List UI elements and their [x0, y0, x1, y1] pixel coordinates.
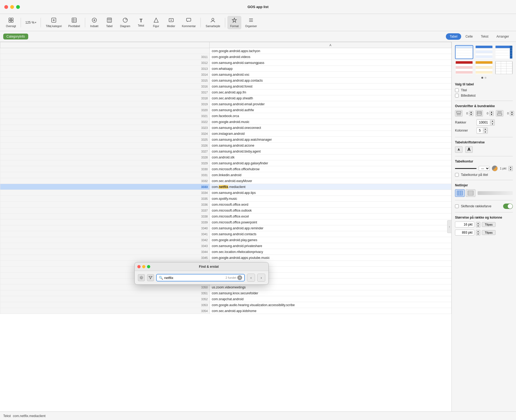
cell-3319[interactable]: com.samsung.android.email.provider	[210, 101, 452, 107]
cell-3338[interactable]: com.microsoft.office.excel	[210, 213, 452, 219]
cell-3324[interactable]: com.instagram.android	[210, 131, 452, 137]
fr-clear-button[interactable]: ✕	[237, 275, 242, 280]
cell-3315[interactable]: com.samsung.android.app.contacts	[210, 78, 452, 84]
toolbar-item-diagram[interactable]: Diagram	[117, 16, 133, 29]
toolbar-item-tekst[interactable]: T Tekst	[134, 16, 148, 29]
cell-3353[interactable]: com.google.audio.hearing.visualization.a…	[210, 302, 452, 308]
row-size-up[interactable]: ▲	[476, 222, 480, 225]
fr-settings-icon[interactable]	[138, 274, 145, 281]
cell-top[interactable]: com.google.android.apps.tachyon	[210, 48, 452, 54]
cell-3329[interactable]: com.samsung.android.app.galaxyfinder	[210, 160, 452, 166]
netlinjer-btn-2[interactable]	[466, 189, 475, 197]
close-button[interactable]	[4, 5, 8, 9]
fr-min-button[interactable]	[142, 265, 145, 268]
maximize-button[interactable]	[16, 5, 20, 9]
cell-3330[interactable]: com.microsoft.office.officehubrow	[210, 166, 452, 172]
toolbar-item-samarbejde[interactable]: Samarbejde	[203, 16, 223, 29]
cell-3333[interactable]: com.netflix.mediaclient	[210, 184, 452, 190]
row-size-apply[interactable]: Tilpas	[482, 222, 496, 227]
cell-3326[interactable]: com.samsung.android.arzone	[210, 143, 452, 149]
cell-3336[interactable]: com.microsoft.office.word	[210, 202, 452, 208]
table-format-3[interactable]	[495, 45, 513, 59]
skiftende-toggle[interactable]	[503, 204, 513, 209]
netlinjer-btn-1[interactable]	[455, 189, 465, 197]
toolbar-item-tabel[interactable]: Tabel	[102, 16, 116, 29]
cell-3332[interactable]: com.sec.android.easyMover	[210, 178, 452, 184]
netlinjer-color-bar[interactable]	[478, 191, 513, 195]
cell-3321[interactable]: com.facebook.orca	[210, 113, 452, 119]
zoom-control[interactable]: 125 % ▾	[23, 20, 38, 26]
header-down-2[interactable]: ▼	[489, 113, 494, 116]
titel-checkbox[interactable]	[455, 88, 459, 92]
raekker-up[interactable]: ▲	[490, 120, 494, 122]
kolonner-up[interactable]: ▲	[483, 128, 488, 131]
kontur-pkt-down[interactable]: ▼	[508, 168, 513, 171]
kontur-select[interactable]: —	[479, 166, 490, 171]
tab-tabel[interactable]: Tabel	[446, 33, 461, 40]
fr-close-button[interactable]	[137, 265, 141, 268]
cell-3313[interactable]: com.whatsapp	[210, 66, 452, 72]
toolbar-item-figur[interactable]: Figur	[149, 16, 163, 29]
cell-3354[interactable]: com.sec.android.app.kidshome	[210, 308, 452, 314]
row-size-down[interactable]: ▼	[476, 225, 480, 227]
table-format-2[interactable]	[475, 45, 493, 59]
header-down-1[interactable]: ▼	[469, 113, 473, 116]
tab-celle[interactable]: Celle	[462, 33, 476, 40]
toolbar-item-indsaet[interactable]: Indsæt	[87, 16, 101, 29]
toolbar-item-kommentar[interactable]: Kommentar	[179, 16, 199, 29]
fr-next-button[interactable]: ›	[257, 274, 265, 282]
cell-3345[interactable]: com.google.android.apps.youtube.music	[210, 255, 452, 261]
cell-3314[interactable]: com.samsung.android.voc	[210, 72, 452, 78]
toolbar-item-pivottabel[interactable]: Pivottabel	[66, 16, 83, 29]
skiftende-checkbox[interactable]	[455, 204, 459, 208]
toolbar-item-tilfoj[interactable]: Tilføj kategori	[43, 16, 64, 29]
find-input[interactable]	[164, 276, 224, 280]
cell-3335[interactable]: com.spotify.music	[210, 196, 452, 202]
kolonner-down[interactable]: ▼	[483, 131, 488, 133]
cell-3328[interactable]: com.android.stk	[210, 154, 452, 160]
cell-3339[interactable]: com.microsoft.office.powerpoint	[210, 219, 452, 225]
cell-3331[interactable]: com.linkedin.android	[210, 172, 452, 178]
cell-3327[interactable]: com.samsung.android.bixby.agent	[210, 149, 452, 154]
cell-3337[interactable]: com.microsoft.office.outlook	[210, 208, 452, 213]
cell-3334[interactable]: com.samsung.android.app.tips	[210, 190, 452, 196]
cell-3312[interactable]: com.samsung.android.samsungpass	[210, 60, 452, 66]
col-size-down[interactable]: ▼	[476, 233, 480, 236]
fr-filter-icon[interactable]	[147, 274, 154, 281]
font-small-btn[interactable]: A	[455, 146, 463, 153]
cell-3322[interactable]: com.google.android.music	[210, 119, 452, 125]
cell-3352[interactable]: com.snapchat.android	[210, 296, 452, 302]
table-format-4[interactable]	[455, 61, 473, 75]
col-size-up[interactable]: ▲	[476, 230, 480, 233]
tab-tekst[interactable]: Tekst	[477, 33, 492, 40]
row-size-input[interactable]	[455, 222, 474, 227]
fr-max-button[interactable]	[147, 265, 150, 268]
cell-3317[interactable]: com.sec.android.app.fm	[210, 89, 452, 95]
cell-3323[interactable]: com.samsung.android.oneconnect	[210, 125, 452, 131]
cell-3342[interactable]: com.google.android.play.games	[210, 237, 452, 243]
cell-3311[interactable]: com.google.android.videos	[210, 54, 452, 60]
billedtekst-checkbox[interactable]	[455, 94, 459, 97]
tab-arranger[interactable]: Arranger	[493, 33, 513, 40]
raekker-down[interactable]: ▼	[490, 122, 494, 125]
table-format-5[interactable]	[475, 61, 493, 75]
toolbar-item-format[interactable]: Format	[227, 16, 241, 29]
cell-3341[interactable]: com.samsung.android.contacts	[210, 231, 452, 237]
cell-3351[interactable]: com.samsung.knox.securefolder	[210, 290, 452, 296]
toolbar-item-medier[interactable]: Medier	[164, 16, 178, 29]
cell-3320[interactable]: com.samsung.android.authfw	[210, 107, 452, 113]
cell-3316[interactable]: com.samsung.android.forest	[210, 84, 452, 89]
cell-3343[interactable]: com.samsung.android.privateshare	[210, 243, 452, 249]
cell-3318[interactable]: com.sec.android.app.shealth	[210, 95, 452, 101]
cell-3344[interactable]: com.sec.location.nfwlocationprivacy	[210, 249, 452, 255]
col-header-A[interactable]: A	[210, 42, 452, 48]
kontur-titel-checkbox[interactable]	[455, 173, 459, 177]
table-format-1[interactable]	[455, 45, 473, 59]
cell-3350[interactable]: us.zoom.videomeetings	[210, 284, 452, 290]
panel-collapse-arrow[interactable]: ‹	[447, 220, 452, 233]
table-format-6[interactable]	[495, 61, 513, 75]
toolbar-item-oversigt[interactable]: Oversigt	[3, 16, 19, 29]
kontur-color-picker[interactable]	[492, 165, 498, 171]
col-size-input[interactable]	[455, 230, 474, 236]
toolbar-item-organiser[interactable]: Organiser	[242, 16, 260, 29]
